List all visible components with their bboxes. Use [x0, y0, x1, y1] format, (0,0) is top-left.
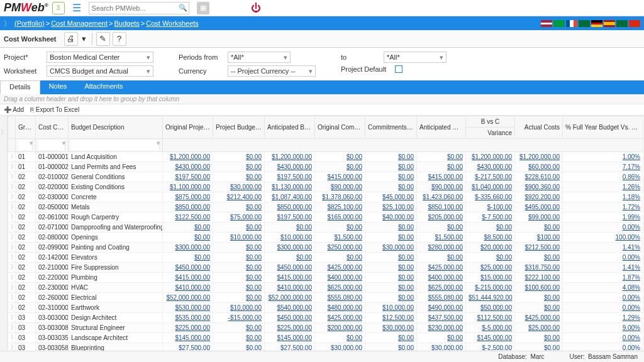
tab-notes[interactable]: Notes: [40, 80, 76, 94]
cell-act: $100.00: [515, 233, 563, 243]
flag-sa2[interactable]: [579, 20, 590, 27]
expand-row-icon[interactable]: 〉: [8, 243, 16, 253]
filter-desc[interactable]: ▼: [69, 139, 163, 152]
cell-pbc: $212,400.00: [213, 192, 265, 202]
table-row[interactable]: 〉0202-020000Existing Conditions$1,100,00…: [8, 182, 643, 192]
col-cost-code[interactable]: Cost Code: [36, 116, 69, 139]
table-row[interactable]: 〉0101-000001Land Acquisition$1,200,000.0…: [8, 152, 643, 162]
table-row[interactable]: 〉0202-220000Plumbing$415,000.00$0.00$415…: [8, 273, 643, 283]
print-dropdown-icon[interactable]: ▾: [80, 32, 88, 46]
expand-row-icon[interactable]: 〉: [8, 222, 16, 233]
crumb-portfolio[interactable]: (Portfolio): [14, 19, 45, 27]
expand-row-icon[interactable]: 〉: [8, 313, 16, 323]
crumb-worksheets[interactable]: Cost Worksheets: [146, 19, 199, 27]
flag-cn[interactable]: [629, 20, 640, 27]
flag-fr[interactable]: [566, 20, 577, 27]
calendar-icon[interactable]: ▦: [197, 2, 209, 14]
expand-row-icon[interactable]: 〉: [8, 162, 16, 172]
search-input[interactable]: [92, 4, 179, 12]
cell-ac: $437,500.00: [417, 313, 466, 323]
col-desc[interactable]: Budget Description: [69, 116, 163, 139]
flag-sa[interactable]: [616, 20, 628, 27]
col-actual[interactable]: Actual Costs: [515, 116, 563, 139]
col-ab[interactable]: Anticipated Budget: [265, 116, 315, 139]
cell-pbc: $0.00: [213, 263, 265, 273]
flag-de[interactable]: [591, 20, 602, 27]
expand-row-icon[interactable]: 〉: [8, 202, 16, 212]
flag-br[interactable]: [553, 20, 565, 27]
table-row[interactable]: 〉0202-210000Fire Suppression$450,000.00$…: [8, 263, 643, 273]
tab-details[interactable]: Details: [0, 80, 40, 94]
expand-row-icon[interactable]: 〉: [8, 323, 16, 333]
chevron-right-icon: 〉: [4, 19, 11, 28]
to-select[interactable]: *All*: [384, 52, 447, 63]
col-pbc[interactable]: Project Budget Changes: [213, 116, 265, 139]
expand-row-icon[interactable]: 〉: [8, 303, 16, 313]
group-drop-zone[interactable]: Drag a column header and drop it here to…: [0, 94, 644, 104]
col-cr[interactable]: Commitments Revisions: [365, 116, 417, 139]
col-variance[interactable]: Variance: [466, 128, 515, 139]
expand-row-icon[interactable]: 〉: [8, 293, 16, 303]
expand-row-icon[interactable]: 〉: [8, 263, 16, 273]
project-default-checkbox[interactable]: [395, 65, 402, 73]
expand-row-icon[interactable]: 〉: [8, 152, 16, 162]
menu-icon[interactable]: ☰: [72, 2, 81, 14]
col-oc[interactable]: Original Commitments: [315, 116, 365, 139]
cell-ab: $197,500.00: [265, 212, 315, 222]
help-icon[interactable]: ?: [113, 32, 126, 46]
cell-opb: $225,000.00: [163, 323, 213, 333]
worksheet-select[interactable]: CMCS Budget and Actual: [47, 65, 153, 77]
table-row[interactable]: 〉0202-142000Elevators$0.00$0.00$0.00$0.0…: [8, 253, 643, 263]
edit-icon[interactable]: ✎: [96, 32, 110, 46]
filter-group1[interactable]: ▼: [16, 139, 36, 152]
table-row[interactable]: 〉0202-030000Concrete$875,000.00$212,400.…: [8, 192, 643, 202]
col-opb[interactable]: Original Project Budget: [163, 116, 213, 139]
expand-row-icon[interactable]: 〉: [8, 233, 16, 243]
col-ac[interactable]: Anticipated Cost: [417, 116, 466, 139]
crumb-cost-mgmt[interactable]: Cost Management: [51, 19, 108, 27]
cell-group: 03: [16, 323, 36, 333]
cell-cr: $0.00: [365, 253, 417, 263]
currency-select[interactable]: -- Project Currency --: [228, 65, 316, 77]
periods-from-select[interactable]: *All*: [228, 52, 291, 63]
power-icon[interactable]: ⏻: [251, 3, 261, 14]
table-row[interactable]: 〉0202-010002General Conditions$197,500.0…: [8, 172, 643, 182]
export-excel-button[interactable]: ⎘ Export To Excel: [30, 106, 79, 113]
search-input-wrap[interactable]: 🔍: [89, 2, 189, 14]
table-row[interactable]: 〉0202-230000HVAC$410,000.00$0.00$410,000…: [8, 283, 643, 293]
expand-row-icon[interactable]: 〉: [8, 283, 16, 293]
cell-ac: $1,500.00: [417, 233, 466, 243]
flag-us[interactable]: [541, 20, 552, 27]
table-row[interactable]: 〉0303-003000Design Architect$535,000.00-…: [8, 313, 643, 323]
table-row[interactable]: 〉0202-310000Earthwork$530,000.00$10,000.…: [8, 303, 643, 313]
table-row[interactable]: 〉0202-260000Electrical$52,000,000.00$0.0…: [8, 293, 643, 303]
table-row[interactable]: 〉0202-050000Metals$850,000.00$0.00$850,0…: [8, 202, 643, 212]
add-button[interactable]: ➕ Add: [4, 106, 24, 113]
table-row[interactable]: 〉0202-071000Dampproofing and Waterproofi…: [8, 222, 643, 233]
table-row[interactable]: 〉0101-000002Land Permits and Fees$430,00…: [8, 162, 643, 172]
crumb-budgets[interactable]: Budgets: [114, 19, 139, 27]
print-icon[interactable]: 🖨: [64, 32, 78, 46]
expand-row-icon[interactable]: 〉: [8, 212, 16, 222]
table-row[interactable]: 〉0202-099000Painting and Coating$300,000…: [8, 243, 643, 253]
project-select[interactable]: Boston Medical Center: [47, 52, 153, 63]
expand-row-icon[interactable]: 〉: [8, 333, 16, 343]
expand-row-icon[interactable]: 〉: [8, 273, 16, 283]
table-row[interactable]: 〉0303-003035Landscape Architect$145,000.…: [8, 333, 643, 343]
expand-row-icon[interactable]: 〉: [8, 182, 16, 192]
search-icon[interactable]: 🔍: [179, 4, 187, 12]
shield-badge[interactable]: 3: [52, 2, 65, 14]
tab-attachments[interactable]: Attachments: [75, 80, 131, 94]
expand-row-icon[interactable]: 〉: [8, 192, 16, 202]
expand-panel-icon[interactable]: 〉: [0, 116, 8, 362]
expand-row-icon[interactable]: 〉: [8, 172, 16, 182]
col-bvc-group[interactable]: B vs C: [466, 116, 515, 128]
table-row[interactable]: 〉0202-061000Rough Carpentry$122,500.00$7…: [8, 212, 643, 222]
col-pct[interactable]: % Full Year Budget Vs. Full Year Actual …: [563, 116, 643, 139]
col-group1[interactable]: Group1: [16, 116, 36, 139]
expand-row-icon[interactable]: 〉: [8, 253, 16, 263]
table-row[interactable]: 〉0202-080000Openings$0.00$10,000.00$10,0…: [8, 233, 643, 243]
flag-es[interactable]: [604, 20, 615, 27]
filter-code[interactable]: ▼: [36, 139, 69, 152]
table-row[interactable]: 〉0303-003008Structural Engineer$225,000.…: [8, 323, 643, 333]
